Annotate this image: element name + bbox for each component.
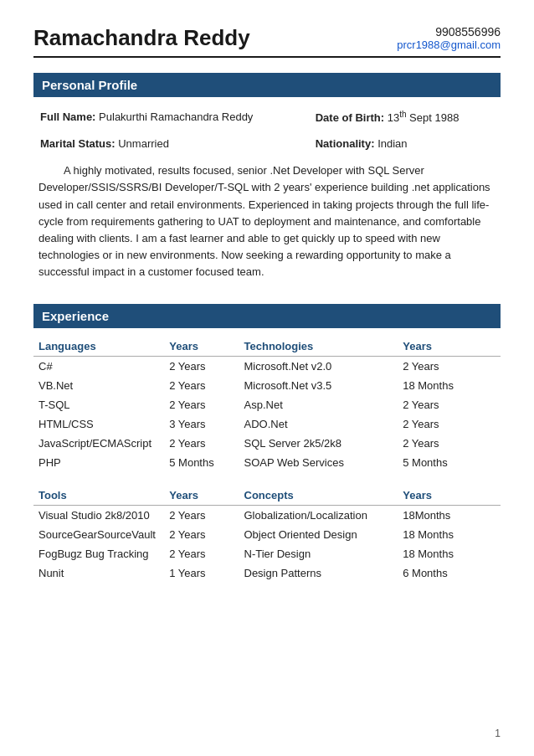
concept-years-cell: 18 Months <box>398 544 501 563</box>
personal-profile-header: Personal Profile <box>33 73 501 97</box>
lang-years-cell: 2 Years <box>164 357 239 377</box>
table-row: FogBugz Bug Tracking 2 Years N-Tier Desi… <box>33 544 501 563</box>
nationality-cell: Nationality: Indian <box>311 135 499 152</box>
tech-years-cell: 2 Years <box>398 357 501 377</box>
lang-cell: T-SQL <box>33 395 164 414</box>
table-row: JavaScript/ECMAScript 2 Years SQL Server… <box>33 434 501 453</box>
lang-cell: PHP <box>33 453 164 472</box>
tool-cell: Nunit <box>33 563 164 583</box>
tech-years-cell: 18 Months <box>398 376 501 395</box>
tech-years-col-header: Years <box>398 337 501 357</box>
marital-status-cell: Marital Status: Unmarried <box>35 135 309 152</box>
table-row: Visual Studio 2k8/2010 2 Years Globaliza… <box>33 506 501 526</box>
table-row: Nunit 1 Years Design Patterns 6 Months <box>33 563 501 583</box>
concepts-col-header: Concepts <box>239 486 398 506</box>
personal-profile-table: Full Name: Pulakurthi Ramachandra Reddy … <box>33 105 501 154</box>
tech-cell: Microsoft.Net v2.0 <box>239 357 398 377</box>
concepts-years-col-header: Years <box>398 486 501 506</box>
tech-cell: SOAP Web Services <box>239 453 398 472</box>
tech-cell: Microsoft.Net v3.5 <box>239 376 398 395</box>
page-number: 1 <box>495 728 501 739</box>
dob-value: 13th Sept 1988 <box>388 111 460 124</box>
phone-number: 9908556996 <box>397 25 501 39</box>
concept-cell: N-Tier Design <box>239 544 398 563</box>
lang-cell: VB.Net <box>33 376 164 395</box>
candidate-name: Ramachandra Reddy <box>33 25 250 51</box>
tool-years-cell: 2 Years <box>164 544 239 563</box>
profile-summary: A highly motivated, results focused, sen… <box>33 159 501 289</box>
tech-cell: ADO.Net <box>239 414 398 434</box>
tech-col-header: Technologies <box>239 337 398 357</box>
concept-years-cell: 18Months <box>398 506 501 526</box>
table-row: SourceGearSourceVault 2 Years Object Ori… <box>33 525 501 544</box>
tool-years-cell: 1 Years <box>164 563 239 583</box>
tool-years-cell: 2 Years <box>164 525 239 544</box>
experience-header: Experience <box>33 304 501 328</box>
concept-cell: Design Patterns <box>239 563 398 583</box>
nationality-label: Nationality: <box>316 137 375 150</box>
marital-label: Marital Status: <box>40 137 116 150</box>
lang-cell: C# <box>33 357 164 377</box>
marital-value: Unmarried <box>118 137 169 150</box>
nationality-value: Indian <box>377 137 407 150</box>
tool-years-cell: 2 Years <box>164 506 239 526</box>
concept-years-cell: 18 Months <box>398 525 501 544</box>
lang-years-col-header: Years <box>164 337 239 357</box>
tech-cell: Asp.Net <box>239 395 398 414</box>
tool-cell: SourceGearSourceVault <box>33 525 164 544</box>
email-address: prcr1988@gmail.com <box>397 39 501 51</box>
lang-years-cell: 2 Years <box>164 376 239 395</box>
tech-years-cell: 5 Months <box>398 453 501 472</box>
concept-cell: Globalization/Localization <box>239 506 398 526</box>
tech-years-cell: 2 Years <box>398 395 501 414</box>
table-row: HTML/CSS 3 Years ADO.Net 2 Years <box>33 414 501 434</box>
full-name-cell: Full Name: Pulakurthi Ramachandra Reddy <box>35 107 309 126</box>
dob-label: Date of Birth: <box>316 111 384 124</box>
lang-col-header: Languages <box>33 337 164 357</box>
lang-years-cell: 2 Years <box>164 434 239 453</box>
tool-cell: Visual Studio 2k8/2010 <box>33 506 164 526</box>
lang-cell: HTML/CSS <box>33 414 164 434</box>
concept-cell: Object Oriented Design <box>239 525 398 544</box>
full-name-value: Pulakurthi Ramachandra Reddy <box>99 111 253 123</box>
header-contact: 9908556996 prcr1988@gmail.com <box>397 25 501 51</box>
tools-years-col-header: Years <box>164 486 239 506</box>
languages-technologies-table: Languages Years Technologies Years C# 2 … <box>33 337 501 472</box>
lang-years-cell: 3 Years <box>164 414 239 434</box>
full-name-label: Full Name: <box>40 111 95 123</box>
table-row: VB.Net 2 Years Microsoft.Net v3.5 18 Mon… <box>33 376 501 395</box>
tools-concepts-table: Tools Years Concepts Years Visual Studio… <box>33 486 501 583</box>
table-row: PHP 5 Months SOAP Web Services 5 Months <box>33 453 501 472</box>
tools-col-header: Tools <box>33 486 164 506</box>
lang-years-cell: 2 Years <box>164 395 239 414</box>
table-row: T-SQL 2 Years Asp.Net 2 Years <box>33 395 501 414</box>
tool-cell: FogBugz Bug Tracking <box>33 544 164 563</box>
tech-cell: SQL Server 2k5/2k8 <box>239 434 398 453</box>
tech-years-cell: 2 Years <box>398 434 501 453</box>
resume-header: Ramachandra Reddy 9908556996 prcr1988@gm… <box>33 25 501 58</box>
dob-cell: Date of Birth: 13th Sept 1988 <box>311 107 499 126</box>
lang-years-cell: 5 Months <box>164 453 239 472</box>
tech-years-cell: 2 Years <box>398 414 501 434</box>
table-row: C# 2 Years Microsoft.Net v2.0 2 Years <box>33 357 501 377</box>
concept-years-cell: 6 Months <box>398 563 501 583</box>
lang-cell: JavaScript/ECMAScript <box>33 434 164 453</box>
